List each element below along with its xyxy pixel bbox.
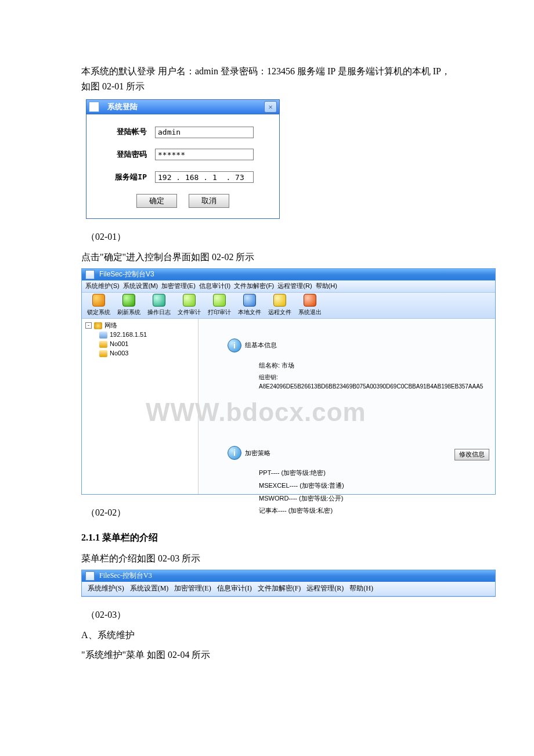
section-2-1-1-heading: 2.1.1 菜单栏的介绍 (81, 530, 453, 545)
login-titlebar: 系统登陆 ✕ (86, 100, 279, 114)
log-icon (153, 294, 165, 307)
menu-item[interactable]: 远程管理(R) (277, 281, 312, 291)
policy-line: 记事本---- (加密等级:私密) (259, 506, 492, 516)
menu-item[interactable]: 系统设置(M) (123, 281, 158, 291)
login-title-text: 系统登陆 (107, 101, 138, 113)
fig-title: FileSec-控制台V3 (99, 570, 152, 581)
refresh-icon (122, 294, 135, 307)
menu-item[interactable]: 信息审计(I) (199, 281, 230, 291)
app-icon (85, 571, 95, 581)
policy-line: MSWORD---- (加密等级:公开) (259, 494, 492, 504)
section-2-1-1-text: 菜单栏的介绍如图 02-03 所示 (81, 551, 453, 566)
tb-oplog[interactable]: 操作日志 (146, 294, 172, 317)
group-key-row: 组密钥: A8E24096DE5B26613BD6BB23469B075A003… (259, 373, 492, 391)
detail-panel: i 组基本信息 组名称: 市场 组密钥: A8E24096DE5B26613BD… (199, 319, 495, 494)
collapse-icon[interactable]: - (85, 322, 92, 329)
file-audit-icon (183, 294, 196, 307)
edit-info-button[interactable]: 修改信息 (454, 449, 489, 460)
console-title: FileSec-控制台V3 (99, 269, 154, 280)
lock-icon (92, 294, 105, 307)
menu-item[interactable]: 系统维护(S) (85, 281, 120, 291)
tree-node[interactable]: No003 (85, 349, 194, 358)
ok-button[interactable]: 确定 (136, 194, 177, 208)
menu-item[interactable]: 系统设置(M) (130, 583, 169, 594)
print-audit-icon (213, 294, 226, 307)
tree-root[interactable]: - 网络 (85, 321, 194, 330)
console-window: FileSec-控制台V3 系统维护(S) 系统设置(M) 加密管理(E) 信息… (81, 268, 496, 495)
info-icon: i (228, 339, 241, 352)
policy-title: 加密策略 (245, 448, 270, 459)
menu-item[interactable]: 文件加解密(F) (234, 281, 274, 291)
menu-item[interactable]: 信息审计(I) (217, 583, 252, 594)
menubar-fig: FileSec-控制台V3 系统维护(S) 系统设置(M) 加密管理(E) 信息… (81, 570, 496, 597)
server-ip-input[interactable] (155, 171, 254, 183)
caption-0201: （02-01） (86, 229, 453, 244)
pc-icon (99, 332, 107, 339)
account-input[interactable] (155, 127, 254, 138)
menu-item[interactable]: 系统维护(S) (88, 583, 124, 594)
network-icon (94, 322, 102, 329)
tb-lock[interactable]: 锁定系统 (85, 294, 112, 317)
policy-line: MSEXCEL---- (加密等级:普通) (259, 481, 492, 491)
info-icon: i (228, 446, 241, 460)
local-file-icon (243, 294, 256, 307)
app-icon (89, 102, 99, 112)
item-a: A、系统维护 (81, 628, 453, 643)
tb-local-file[interactable]: 本地文件 (236, 294, 263, 317)
menu-item[interactable]: 帮助(H) (316, 281, 337, 291)
group-info-title: 组基本信息 (245, 340, 277, 351)
tree-node[interactable]: No001 (85, 340, 194, 349)
group-icon (99, 350, 107, 357)
policy-line: PPT---- (加密等级:绝密) (259, 468, 492, 478)
menu-item[interactable]: 帮助(H) (349, 583, 373, 594)
account-label: 登陆帐号 (95, 126, 155, 138)
remote-file-icon (273, 294, 286, 307)
console-toolbar: 锁定系统 刷新系统 操作日志 文件审计 打印审计 本地文件 远程文件 系统退出 (82, 293, 495, 319)
exit-icon (304, 294, 316, 307)
console-menubar: 系统维护(S) 系统设置(M) 加密管理(E) 信息审计(I) 文件加解密(F)… (82, 280, 495, 293)
menu-item[interactable]: 加密管理(E) (174, 583, 211, 594)
tree-panel: - 网络 192.168.1.51 No001 No003 (82, 319, 199, 494)
item-a-text: "系统维护"菜单 如图 02-04 所示 (81, 647, 453, 663)
app-icon (85, 270, 95, 279)
tb-print-audit[interactable]: 打印审计 (206, 294, 233, 317)
group-name-row: 组名称: 市场 (259, 361, 492, 371)
login-dialog: 系统登陆 ✕ 登陆帐号 登陆密码 服务端IP 确定 取消 (86, 99, 280, 218)
console-titlebar: FileSec-控制台V3 (82, 269, 495, 280)
server-ip-label: 服务端IP (95, 171, 155, 183)
fig-titlebar: FileSec-控制台V3 (82, 570, 495, 582)
tb-exit[interactable]: 系统退出 (297, 294, 323, 317)
fig-menubar: 系统维护(S) 系统设置(M) 加密管理(E) 信息审计(I) 文件加解密(F)… (82, 582, 495, 596)
menu-item[interactable]: 文件加解密(F) (258, 583, 301, 594)
menu-item[interactable]: 远程管理(R) (306, 583, 344, 594)
tree-node[interactable]: 192.168.1.51 (85, 330, 194, 340)
cancel-button[interactable]: 取消 (189, 194, 229, 208)
after-0201-text: 点击"确定"进入控制台界面如图 02-02 所示 (81, 250, 453, 265)
close-icon[interactable]: ✕ (264, 101, 277, 113)
tb-file-audit[interactable]: 文件审计 (176, 294, 203, 317)
group-icon (99, 341, 107, 348)
password-input[interactable] (155, 149, 254, 160)
password-label: 登陆密码 (95, 149, 155, 161)
intro-paragraph: 本系统的默认登录 用户名：admin 登录密码：123456 服务端 IP 是服… (81, 64, 453, 93)
menu-item[interactable]: 加密管理(E) (161, 281, 196, 291)
caption-0203: （02-03） (86, 607, 453, 622)
tb-refresh[interactable]: 刷新系统 (116, 294, 142, 317)
tb-remote-file[interactable]: 远程文件 (266, 294, 293, 317)
